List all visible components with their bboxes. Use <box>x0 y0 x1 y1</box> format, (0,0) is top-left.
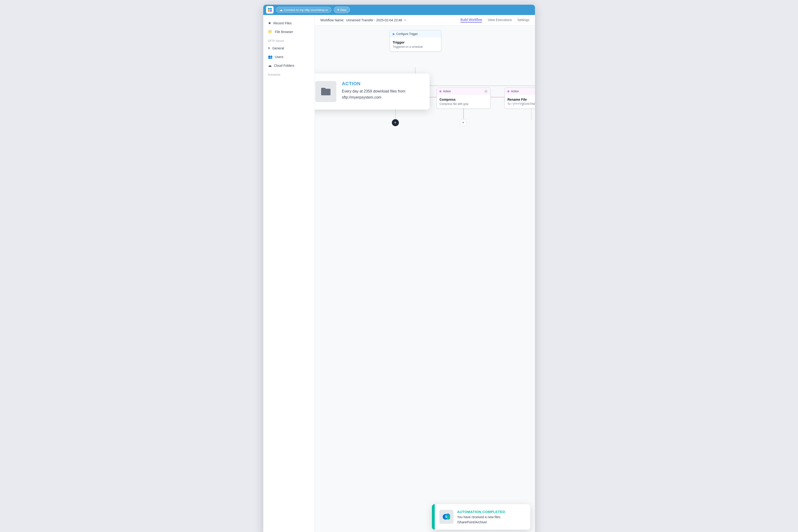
cloud-icon: ☁ <box>268 63 272 68</box>
sftp-section-label: SFTP Server <box>263 36 315 44</box>
svg-rect-0 <box>268 8 270 10</box>
action-node-rename[interactable]: ❋ Action × Rename File To '/ [YYYY][EXIS… <box>505 88 535 109</box>
action-node-sub-3: To '/ [YYYY][EXISTING_NAM...' <box>508 102 535 106</box>
sidebar-item-cloud-folders[interactable]: ☁ Cloud Folders <box>263 61 315 70</box>
action-node-sub-2: Compress file with gzip <box>440 102 488 106</box>
automation-stripe <box>432 504 435 530</box>
automation-content: S AUTOMATION COMPLETED You have received… <box>435 504 530 530</box>
connector-teal-1 <box>395 108 396 120</box>
automation-completed-card: S AUTOMATION COMPLETED You have received… <box>432 504 530 530</box>
workflow-name-value: Unnamed Transfer - 2025-02-04 23:48 <box>346 18 402 22</box>
workflow-tabs: Build Workflow View Executions Settings <box>460 18 529 22</box>
tooltip-folder-icon <box>315 81 336 102</box>
action-node-body-2: Compress Compress file with gzip <box>437 95 490 109</box>
svg-text:S: S <box>445 515 447 519</box>
action-icon-2: ❋ <box>439 90 442 93</box>
action-icon-3: ❋ <box>507 90 510 93</box>
sidebar-item-label: Cloud Folders <box>274 64 294 68</box>
tooltip-label: ACTION <box>342 81 422 87</box>
add-node-button-2[interactable]: + <box>460 119 467 126</box>
workflow-name-label: Workflow Name: <box>320 18 344 22</box>
automation-sharepoint-icon: S <box>439 510 454 524</box>
tooltip-text: Every day at 2359 download files from sf… <box>342 88 422 100</box>
connect-button[interactable]: Connect to my-sftp.couchdrop.io <box>276 7 331 13</box>
new-button[interactable]: New <box>334 6 350 13</box>
connector-pink-v <box>463 108 464 120</box>
automation-inner: S AUTOMATION COMPLETED You have received… <box>439 510 526 524</box>
sidebar-item-users[interactable]: 👥 Users <box>263 53 315 61</box>
connector-orange-v <box>531 108 532 120</box>
play-icon: ▶ <box>393 32 395 36</box>
star-icon: ★ <box>268 21 271 25</box>
sidebar-item-label: Users <box>275 55 284 59</box>
workflow-canvas: ▶ Configure Trigger Trigger Triggered on… <box>315 25 535 532</box>
action-label-3: Action <box>511 90 519 93</box>
trigger-node-subtitle: Triggered on a schedule <box>393 45 438 49</box>
workflow-header: Workflow Name: Unnamed Transfer - 2025-0… <box>315 15 535 25</box>
svg-rect-1 <box>270 8 272 10</box>
tab-view-executions[interactable]: View Executions <box>488 18 512 22</box>
folder-icon: 📁 <box>268 30 273 34</box>
tab-settings[interactable]: Settings <box>517 18 529 22</box>
users-icon: 👥 <box>268 55 273 59</box>
sidebar-item-label: General <box>272 46 284 50</box>
action-node-header-2: ❋ Action × <box>437 88 490 95</box>
action-tooltip: ACTION Every day at 2359 download files … <box>315 74 430 110</box>
app-window: Connect to my-sftp.couchdrop.io New ★ Re… <box>263 5 535 532</box>
tooltip-text-area: ACTION Every day at 2359 download files … <box>342 81 422 100</box>
sidebar-item-file-browser[interactable]: 📁 File Browser <box>263 27 315 36</box>
main-layout: ★ Recent Files 📁 File Browser SFTP Serve… <box>263 15 535 532</box>
sidebar: ★ Recent Files 📁 File Browser SFTP Serve… <box>263 15 315 532</box>
action-node-header-3: ❋ Action × <box>505 88 535 95</box>
add-node-button-1[interactable]: + <box>392 119 399 126</box>
connector-pink-2 <box>491 97 505 97</box>
workflow-name: Workflow Name: Unnamed Transfer - 2025-0… <box>320 18 407 22</box>
trigger-node-body: Trigger Triggered on a schedule <box>390 37 441 51</box>
trigger-node[interactable]: ▶ Configure Trigger Trigger Triggered on… <box>390 30 441 52</box>
sidebar-item-recent-files[interactable]: ★ Recent Files <box>263 19 315 27</box>
action-node-compress[interactable]: ❋ Action × Compress Compress file with g… <box>437 88 491 109</box>
svg-rect-2 <box>268 10 270 12</box>
tab-build-workflow[interactable]: Build Workflow <box>460 18 482 22</box>
action-label-2: Action <box>443 90 451 93</box>
svg-rect-3 <box>270 10 272 12</box>
sidebar-item-label: Recent Files <box>273 21 292 25</box>
edit-icon[interactable]: ✏ <box>404 18 407 22</box>
sidebar-item-general[interactable]: ≡ General <box>263 44 315 53</box>
sidebar-item-label: File Browser <box>275 30 293 34</box>
automation-path: /SharePoint/Archive/ <box>457 520 505 524</box>
content-area: Workflow Name: Unnamed Transfer - 2025-0… <box>315 15 535 532</box>
app-logo <box>266 6 273 14</box>
trigger-node-title: Trigger <box>393 40 438 44</box>
trigger-node-header: ▶ Configure Trigger <box>390 31 441 37</box>
trigger-header-label: Configure Trigger <box>396 32 418 36</box>
action-node-body-3: Rename File To '/ [YYYY][EXISTING_NAM...… <box>505 95 535 109</box>
close-button-2[interactable]: × <box>484 90 488 93</box>
automation-title: AUTOMATION COMPLETED <box>457 510 505 514</box>
action-node-title-3: Rename File <box>508 98 535 101</box>
automation-texts: AUTOMATION COMPLETED You have received a… <box>457 510 505 524</box>
scenarios-section-label: Scenarios <box>263 70 315 78</box>
automation-description: You have received a new files <box>457 515 505 519</box>
action-node-title-2: Compress <box>440 98 488 101</box>
topbar: Connect to my-sftp.couchdrop.io New <box>263 5 535 15</box>
general-icon: ≡ <box>268 46 270 50</box>
